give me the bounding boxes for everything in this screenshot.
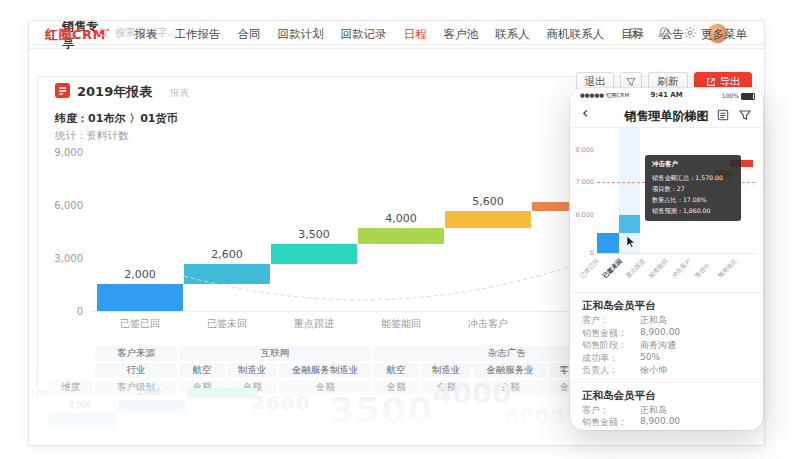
tooltip-row: 销售金额汇总：1,570.00 (652, 172, 734, 183)
card-row-label: 销售金额： (582, 416, 627, 429)
nav-item-4[interactable]: 回款记录 (341, 27, 387, 42)
nav-item-5[interactable]: 日程 (404, 27, 427, 42)
nav-item-8[interactable]: 商机联系人 (547, 27, 605, 42)
y-axis-tick: 6,000 (39, 200, 83, 211)
phone-baseline (595, 253, 755, 254)
y-axis-tick: 9,000 (39, 147, 83, 158)
nav-item-11[interactable]: 更多菜单 (701, 27, 747, 42)
table-industry-cell: 金融服务制造业 (279, 363, 371, 378)
phone-ytick: 8,000 (572, 146, 594, 154)
nav-item-7[interactable]: 联系人 (495, 27, 530, 42)
table-industry-cell: 行业 (95, 363, 177, 378)
phone-x-label[interactable]: 已签已回 (578, 257, 601, 280)
phone-x-label[interactable]: 冲击客户 (670, 257, 693, 280)
card-row-value: 正和岛 (640, 404, 667, 417)
card-row-label: 销售金额： (582, 327, 627, 340)
report-tag: 报表 (170, 87, 189, 100)
phone-funnel-icon[interactable] (739, 109, 751, 121)
backdrop-x-label: 已签未回 (130, 431, 160, 441)
backdrop-ytick: 0 (37, 421, 41, 429)
backdrop-x-label: 能签能回 (276, 431, 306, 441)
tooltip-row: 数量占比：17.08% (652, 194, 734, 205)
backdrop-bar-label: 2,000 (69, 401, 92, 410)
phone-bar[interactable] (619, 215, 640, 233)
phone-ytick: 6,000 (572, 211, 594, 219)
list-view-icon[interactable] (717, 109, 729, 121)
gear-icon[interactable] (683, 26, 697, 40)
phone-x-label[interactable]: 能签能回 (647, 257, 670, 280)
table-group-cell: 客户来源 (95, 346, 177, 361)
phone-x-label[interactable]: 重点跟进 (624, 257, 647, 280)
chart-tooltip: 冲击客户 销售金额汇总：1,570.00项目数：27数量占比：17.08%销售预… (645, 155, 741, 221)
card-row-label: 客户： (582, 404, 609, 417)
backdrop-x-label: 重点跟进 (206, 431, 236, 441)
report-icon (55, 83, 70, 98)
card-row-label: 成功率： (582, 352, 618, 365)
mobile-panel: ●●●●● 红圈CRM 9:41 AM 100% ‹ 销售理单阶梯图 8,000… (570, 88, 763, 430)
table-industry-cell: 金融服务业 (473, 363, 547, 378)
export-icon (706, 77, 716, 87)
table-metric-cell: 客户级别 (95, 380, 177, 395)
card-row-value: 正和岛 (640, 314, 667, 327)
card-row-value: 8,900.00 (640, 416, 680, 426)
backdrop-x-label: 已签已回 (62, 431, 92, 441)
battery-icon (741, 93, 755, 100)
bar-value-label: 5,600 (445, 195, 531, 208)
table-industry-cell (49, 363, 93, 378)
stat-line: 统计：资料计数 (55, 129, 129, 143)
search-icon (97, 27, 109, 39)
card-row-value: 徐小坤 (640, 364, 667, 377)
bar-value-label: 4,000 (358, 212, 444, 225)
backdrop-bar (187, 388, 257, 398)
nav-item-9[interactable]: 目标 (621, 27, 644, 42)
back-icon[interactable]: ‹ (582, 103, 588, 123)
card-title: 正和岛会员平台 (582, 389, 656, 403)
carrier-label: ●●●●● 红圈CRM (580, 92, 629, 99)
nav-item-3[interactable]: 回款计划 (278, 27, 324, 42)
table-industry-cell: 航空 (179, 363, 225, 378)
funnel-icon (626, 77, 636, 87)
y-axis-tick: 3,000 (39, 253, 83, 264)
nav-item-0[interactable]: 报表 (135, 27, 158, 42)
phone-nav-bar: ‹ 销售理单阶梯图 (570, 102, 763, 128)
table-industry-cell: 航空 (373, 363, 419, 378)
dimension-line: 纬度：01布尔 〉01货币 (55, 111, 177, 126)
list-divider (570, 292, 763, 293)
phone-ytick: 7,000 (572, 178, 594, 186)
table-industry-cell: 制造业 (421, 363, 471, 378)
nav-item-2[interactable]: 合同 (238, 27, 261, 42)
phone-x-label[interactable]: 已签未回 (601, 257, 624, 280)
backdrop-bar-label: 2,600 (138, 388, 161, 397)
nav-item-10[interactable]: 公告 (661, 27, 684, 42)
tooltip-row: 销售预测：1,860.00 (652, 205, 734, 216)
report-title: 2019年报表 (77, 83, 152, 101)
nav-item-6[interactable]: 客户池 (444, 27, 479, 42)
card-row-value: 商务沟通 (640, 339, 676, 352)
backdrop-x-label: 冲击客户 (337, 431, 367, 441)
card-row-value: 8,900.00 (640, 327, 680, 337)
card-row-label: 客户： (582, 314, 609, 327)
clock-label: 9:41 AM (650, 91, 682, 99)
phone-highlight-column (619, 128, 640, 253)
backdrop-big-number: 2600 (251, 391, 311, 415)
phone-x-label[interactable]: 推进中 (693, 261, 712, 280)
table-metric-cell: 维度 (49, 380, 93, 395)
card-row-value: 50% (640, 352, 660, 362)
battery-label: 100% (722, 92, 739, 99)
card-divider (570, 382, 763, 383)
phone-status-bar: ●●●●● 红圈CRM 9:41 AM 100% (570, 90, 763, 102)
phone-x-label[interactable]: 预测项目 (716, 257, 739, 280)
y-axis-tick: 0 (39, 306, 83, 317)
backdrop-big-number: 3500 (329, 390, 433, 431)
backdrop-big-number: 4000 (433, 378, 512, 409)
tooltip-row: 项目数：27 (652, 183, 734, 194)
phone-bar[interactable] (597, 233, 619, 253)
nav-item-1[interactable]: 工作报告 (175, 27, 221, 42)
waterfall-bar[interactable] (445, 211, 531, 228)
table-group-cell: 互联网 (179, 346, 371, 361)
tooltip-title: 冲击客户 (652, 160, 734, 169)
card-title: 正和岛会员平台 (582, 299, 656, 313)
backdrop-big-number: 6000 (505, 404, 565, 428)
backdrop-bar (118, 400, 186, 413)
card-row-label: 负责人： (582, 364, 618, 377)
